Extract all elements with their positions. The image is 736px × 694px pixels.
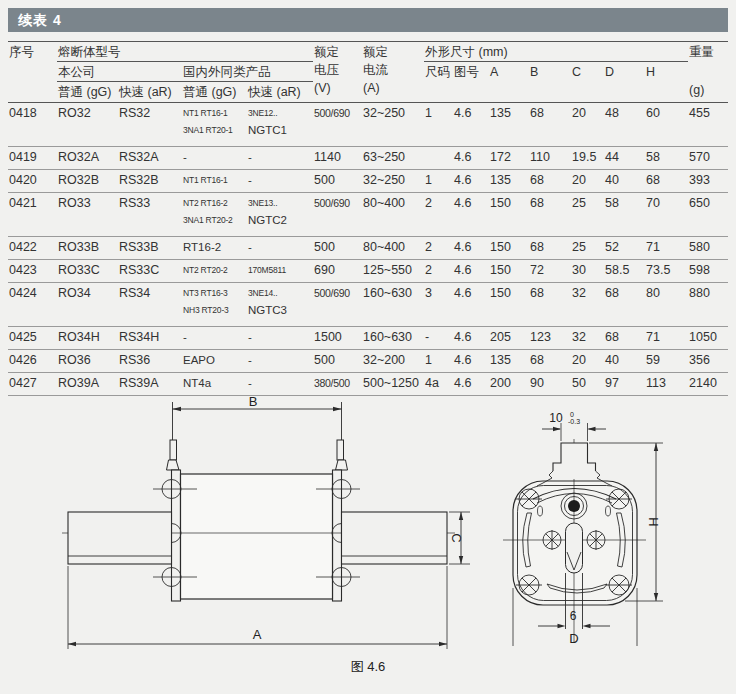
cell-A: 205 — [489, 327, 529, 350]
cell-dgg: RT16-2 — [182, 237, 247, 260]
cell-fig: 4.6 — [453, 103, 489, 147]
figure-caption: 图 4.6 — [0, 658, 736, 676]
cell-A: 135 — [489, 350, 529, 373]
cell-ar: RS39A — [118, 373, 182, 396]
cell-ar: RS32B — [118, 170, 182, 193]
cell-no: 0421 — [8, 193, 57, 237]
cell-no: 0424 — [8, 283, 57, 327]
header-dim-d: D — [604, 62, 645, 103]
header-current-l3: (A) — [363, 79, 424, 97]
cell-w: 356 — [688, 350, 728, 373]
cell-a: 80~400 — [362, 193, 424, 237]
cell-H: 80 — [645, 283, 688, 327]
cell-A: 135 — [489, 170, 529, 193]
cell-fig: 4.6 — [453, 147, 489, 170]
technical-drawing: B A C H 10 0 -0.3 6 D — [0, 396, 736, 656]
cell-w: 455 — [688, 103, 728, 147]
cell-v: 690 — [313, 260, 362, 283]
cell-no: 0420 — [8, 170, 57, 193]
cell-a: 160~630 — [362, 327, 424, 350]
table-row: 0427RO39ARS39ANT4a-380/500500~12504a4.62… — [8, 373, 728, 396]
cell-D: 44 — [604, 147, 645, 170]
header-dim-b: B — [529, 62, 571, 103]
header-domestic-gg: 普通 (gG) — [182, 82, 247, 103]
title-bar: 续表 4 — [8, 8, 728, 32]
cell-line: 3NE14.. — [248, 285, 313, 302]
header-current-l2: 电流 — [363, 61, 424, 79]
cell-gg: RO32B — [57, 170, 118, 193]
cell-gg: RO32A — [57, 147, 118, 170]
cell-D: 48 — [604, 103, 645, 147]
cell-D: 68 — [604, 327, 645, 350]
cell-ar: RS33B — [118, 237, 182, 260]
cell-D: 68 — [604, 283, 645, 327]
cell-gg: RO34H — [57, 327, 118, 350]
cell-D: 58 — [604, 193, 645, 237]
header-weight-l3: (g) — [689, 81, 728, 99]
cell-B: 68 — [529, 283, 571, 327]
header-weight: 重量 (g) — [688, 42, 728, 103]
header-company-ar: 快速 (aR) — [118, 82, 182, 103]
cell-line: - — [183, 149, 247, 166]
cell-no: 0422 — [8, 237, 57, 260]
cell-size: 1 — [424, 170, 453, 193]
cell-C: 32 — [571, 283, 604, 327]
cell-line: 3NA1 RT20-1 — [183, 122, 247, 139]
cell-w: 650 — [688, 193, 728, 237]
cell-C: 20 — [571, 103, 604, 147]
dim-label-six: 6 — [570, 609, 577, 623]
cell-line: NT3 RT16-3 — [183, 285, 247, 302]
header-voltage-l3: (V) — [314, 79, 362, 97]
cell-v: 500/690 — [313, 103, 362, 147]
cell-gg: RO39A — [57, 373, 118, 396]
cell-gg: RO33C — [57, 260, 118, 283]
cell-w: 570 — [688, 147, 728, 170]
cell-line: 170M5811 — [248, 262, 313, 279]
cell-v: 1140 — [313, 147, 362, 170]
cell-fig: 4.6 — [453, 327, 489, 350]
cell-ar: RS32A — [118, 147, 182, 170]
cell-D: 40 — [604, 170, 645, 193]
cell-dar: - — [247, 350, 313, 373]
cell-v: 380/500 — [313, 373, 362, 396]
cell-C: 19.5 — [571, 147, 604, 170]
cell-dar: - — [247, 327, 313, 350]
cell-line: - — [248, 172, 313, 189]
cell-a: 32~250 — [362, 103, 424, 147]
cell-v: 500/690 — [313, 283, 362, 327]
cell-no: 0419 — [8, 147, 57, 170]
cell-dgg: NT2 RT20-2 — [182, 260, 247, 283]
cell-gg: RO33 — [57, 193, 118, 237]
table-row: 0426RO36RS36EAPO-50032~20014.61356820405… — [8, 350, 728, 373]
cell-v: 1500 — [313, 327, 362, 350]
cell-w: 580 — [688, 237, 728, 260]
cell-A: 150 — [489, 283, 529, 327]
cell-C: 25 — [571, 237, 604, 260]
cell-line: 3NE12.. — [248, 105, 313, 122]
cell-dar: 3NE14..NGTC3 — [247, 283, 313, 327]
cell-a: 63~250 — [362, 147, 424, 170]
cell-line: NT4a — [183, 375, 247, 392]
header-dim-c: C — [571, 62, 604, 103]
header-dims-group: 外形尺寸 (mm) — [424, 42, 688, 62]
cell-H: 73.5 — [645, 260, 688, 283]
cell-B: 68 — [529, 170, 571, 193]
cell-A: 150 — [489, 237, 529, 260]
cell-A: 135 — [489, 103, 529, 147]
cell-line: NT2 RT20-2 — [183, 262, 247, 279]
cell-v: 500 — [313, 237, 362, 260]
cell-line: NGTC1 — [248, 122, 313, 139]
table-row: 0419RO32ARS32A--114063~2504.617211019.54… — [8, 147, 728, 170]
dim-label-b: B — [249, 396, 258, 409]
cell-fig: 4.6 — [453, 170, 489, 193]
cell-ar: RS34 — [118, 283, 182, 327]
table-row: 0422RO33BRS33BRT16-2-50080~40024.6150682… — [8, 237, 728, 260]
header-size: 尺码 — [424, 62, 453, 103]
cell-fig: 4.6 — [453, 283, 489, 327]
cell-A: 200 — [489, 373, 529, 396]
cell-ar: RS33 — [118, 193, 182, 237]
cell-dgg: EAPO — [182, 350, 247, 373]
cell-size: 3 — [424, 283, 453, 327]
cell-B: 68 — [529, 193, 571, 237]
cell-v: 500/690 — [313, 193, 362, 237]
